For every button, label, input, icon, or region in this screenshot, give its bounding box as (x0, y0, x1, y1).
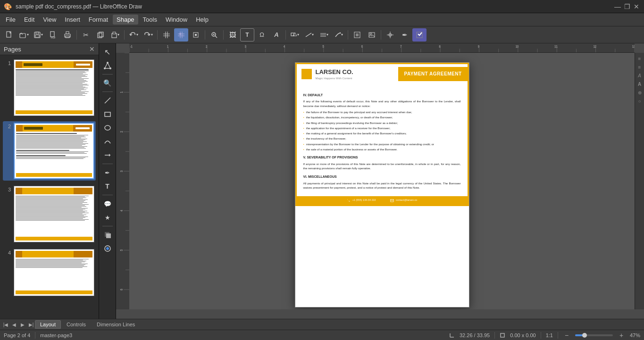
connector-tool[interactable] (101, 149, 114, 162)
zoom-in-button[interactable]: + (618, 332, 625, 339)
bullet-marker-3: • (303, 121, 304, 125)
frame2-button[interactable] (350, 28, 364, 41)
zoom-tool[interactable]: 🔍 (101, 76, 114, 90)
pen-draw-tool[interactable]: ✒ (101, 166, 114, 179)
copy-button[interactable] (93, 28, 108, 41)
ellipse-tool[interactable] (101, 121, 114, 134)
doc-footer: +1 (555) 134-34 222 contact@larsen.co (295, 196, 469, 206)
frame-button[interactable] (189, 28, 203, 41)
next-page-button[interactable]: ▶ (19, 321, 26, 328)
open-button[interactable]: ▾ (17, 28, 31, 41)
rp-gallery-icon[interactable]: A (636, 80, 644, 88)
export-button[interactable]: PDF (46, 28, 60, 41)
page-thumb-2[interactable]: 2 (3, 121, 96, 181)
tab-dimension-lines[interactable]: Dimension Lines (92, 320, 140, 329)
callout-tool[interactable]: 💬 (101, 197, 114, 210)
save-button[interactable]: ▾ (31, 28, 45, 41)
bullet-5: • the making of a general assignment for… (303, 131, 461, 135)
section6-text: All payments of principal and interest o… (303, 181, 461, 190)
last-page-button[interactable]: ▶| (27, 321, 35, 328)
insert-image-button[interactable]: 🖼 (226, 28, 240, 41)
shadow-tool[interactable] (101, 228, 114, 241)
coordinates: 32.26 / 33.95 (460, 332, 490, 338)
new-button[interactable] (2, 28, 16, 41)
snap-grid-button[interactable] (174, 28, 188, 41)
line-tool[interactable] (101, 94, 114, 107)
color-fill-tool[interactable] (101, 242, 114, 255)
toggle-button[interactable] (412, 28, 427, 41)
lines-button[interactable]: ▾ (302, 28, 317, 41)
curve-tool[interactable] (101, 135, 114, 148)
maximize-button[interactable]: ❐ (623, 3, 631, 10)
textbox-button[interactable]: T (240, 28, 254, 41)
minimize-button[interactable]: — (614, 3, 621, 10)
point-edit-tool[interactable] (101, 59, 114, 72)
grid-button[interactable] (159, 28, 174, 41)
undo-button[interactable]: ▾ (126, 28, 141, 41)
more-shapes-button[interactable]: ▾ (317, 28, 331, 41)
rp-menu-icon[interactable]: ≡ (636, 55, 644, 62)
menu-window[interactable]: Window (162, 15, 191, 25)
menu-shape[interactable]: Shape (113, 15, 138, 25)
menu-file[interactable]: File (2, 15, 19, 25)
prev-page-button[interactable]: ◀ (10, 321, 18, 328)
pages-panel: Pages ✕ 1 (0, 43, 99, 319)
menu-view[interactable]: View (39, 15, 60, 25)
rp-properties-icon[interactable]: ≡ (636, 63, 644, 71)
redo-button[interactable]: ▾ (141, 28, 155, 41)
title-bar-controls: — ❐ ✕ (614, 3, 640, 10)
cut-button[interactable]: ✂ (79, 28, 93, 41)
svg-point-50 (105, 125, 110, 130)
menu-help[interactable]: Help (192, 15, 212, 25)
special-char-button[interactable]: Ω (255, 28, 269, 41)
paste-button[interactable]: ▾ (108, 28, 122, 41)
doc-body: IV. DEFAULT If any of the following even… (295, 84, 469, 197)
section5-text: If anyone or more of the provisions of t… (303, 162, 461, 171)
bullet-text-8: the sale of a material portion of the bu… (306, 147, 398, 151)
svg-text:1: 1 (119, 91, 123, 93)
page-thumb-3[interactable]: 3 (3, 184, 96, 244)
rp-navigator-icon[interactable]: ⊕ (636, 89, 644, 96)
bullet-8: • the sale of a material portion of the … (303, 147, 461, 151)
zoom-button[interactable] (207, 28, 221, 41)
star-tool[interactable]: ★ (101, 211, 114, 224)
close-button[interactable]: ✕ (633, 3, 640, 10)
page-num-3: 3 (4, 187, 11, 192)
menu-edit[interactable]: Edit (20, 15, 38, 25)
coord-value: 32.26 / 33.95 (460, 332, 490, 338)
svg-text:8: 8 (439, 44, 441, 48)
print-button[interactable] (60, 28, 75, 41)
right-side-panel: ≡ ≡ A A ⊕ ○ (635, 53, 644, 309)
bullet-text-6: the insolvency of the Borrower; (306, 136, 346, 141)
menu-format[interactable]: Format (85, 15, 112, 25)
pen-button[interactable]: ✒ (398, 28, 412, 41)
tab-controls[interactable]: Controls (61, 320, 91, 329)
bullet-text-1: the failure of the Borrower to pay the p… (306, 110, 412, 114)
bullet-4: • the application for the appointment of… (303, 126, 461, 130)
shapes-button[interactable]: ▾ (288, 28, 302, 41)
tab-layout[interactable]: Layout (35, 320, 61, 329)
text-tool[interactable]: T (101, 180, 114, 193)
doc-inner: LARSEN CO. Magic Happens With Content PA… (129, 53, 635, 309)
rp-more-icon[interactable]: ○ (636, 97, 644, 105)
fontwork-button[interactable]: A (269, 28, 284, 41)
rp-styles-icon[interactable]: A (636, 72, 644, 79)
app-icon: 🎨 (4, 3, 12, 10)
page-thumb-4[interactable]: 4 (3, 248, 96, 298)
menu-insert[interactable]: Insert (61, 15, 84, 25)
menu-tools[interactable]: Tools (139, 15, 161, 25)
select-tool[interactable]: ↖ (101, 45, 114, 58)
zoom-slider-track[interactable] (575, 334, 613, 336)
rectangle-tool[interactable] (101, 108, 114, 121)
first-page-button[interactable]: |◀ (2, 321, 9, 328)
zoom-slider-thumb[interactable] (582, 333, 587, 338)
pages-close-button[interactable]: ✕ (89, 45, 95, 53)
connector2-button[interactable]: ▾ (332, 28, 346, 41)
doc-logo-area: LARSEN CO. Magic Happens With Content (297, 64, 399, 84)
transform-button[interactable] (383, 28, 397, 41)
image2-button[interactable] (365, 28, 379, 41)
status-bar: Page 2 of 4 master-page3 32.26 / 33.95 0… (0, 330, 644, 340)
doc-canvas[interactable]: LARSEN CO. Magic Happens With Content PA… (129, 53, 635, 309)
zoom-out-button[interactable]: − (563, 332, 570, 339)
page-thumb-1[interactable]: 1 (3, 58, 96, 117)
